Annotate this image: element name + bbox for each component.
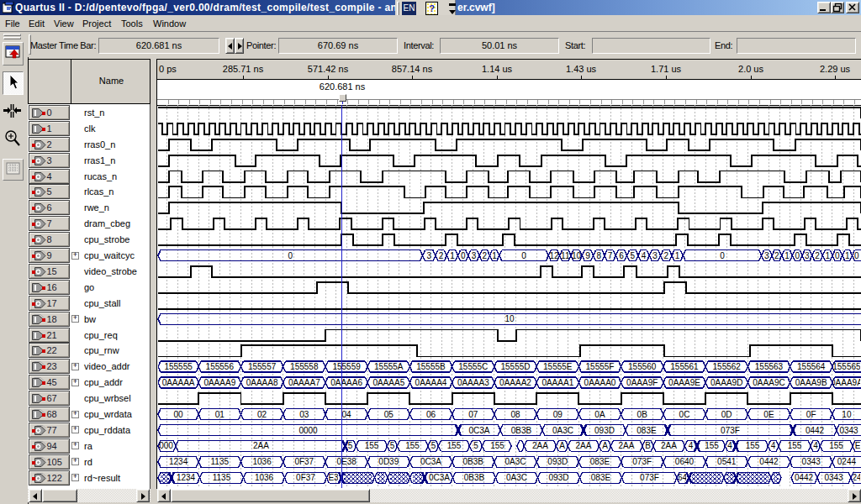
svg-text:15555E: 15555E [543, 362, 573, 371]
svg-text:3: 3 [764, 251, 769, 260]
svg-text:9: 9 [585, 251, 590, 260]
svg-text:0C3A: 0C3A [420, 457, 441, 466]
svg-text:0AAA9B: 0AAA9B [795, 378, 827, 387]
svg-text:0C3A: 0C3A [429, 473, 450, 482]
svg-text:10: 10 [572, 251, 582, 260]
svg-text:0F37: 0F37 [294, 457, 314, 466]
svg-text:2: 2 [815, 251, 820, 260]
svg-text:155555: 155555 [164, 362, 193, 371]
svg-text:2AA: 2AA [619, 442, 635, 451]
svg-text:083E: 083E [591, 473, 611, 482]
svg-text:4: 4 [727, 442, 732, 451]
svg-text:15555B: 15555B [416, 362, 446, 371]
svg-text:0: 0 [795, 251, 800, 260]
svg-text:4: 4 [813, 442, 818, 451]
svg-text:A: A [559, 442, 565, 451]
svg-text:5: 5 [348, 442, 353, 451]
svg-text:155556: 155556 [206, 362, 235, 371]
svg-text:1135: 1135 [211, 457, 230, 466]
svg-text:1: 1 [675, 251, 680, 260]
svg-text:2: 2 [664, 251, 669, 260]
svg-text:0B3B: 0B3B [511, 426, 532, 435]
svg-text:1135: 1135 [213, 473, 231, 482]
svg-text:0343: 0343 [802, 457, 821, 466]
svg-text:155: 155 [405, 442, 420, 451]
svg-text:3: 3 [472, 251, 477, 260]
svg-text:0AAAA7: 0AAAA7 [288, 378, 320, 387]
svg-text:0: 0 [461, 251, 466, 260]
svg-text:0E38: 0E38 [336, 457, 357, 466]
svg-text:5: 5 [390, 442, 395, 451]
svg-text:15555C: 15555C [458, 362, 488, 371]
svg-text:05: 05 [384, 410, 394, 419]
svg-text:2AA: 2AA [576, 442, 592, 451]
svg-text:06: 06 [426, 410, 436, 419]
svg-text:1: 1 [492, 251, 497, 260]
svg-text:0: 0 [288, 251, 293, 260]
svg-text:0E: 0E [763, 410, 774, 419]
svg-text:0AAAA2: 0AAAA2 [499, 378, 531, 387]
svg-text:5: 5 [631, 251, 636, 260]
svg-text:1036: 1036 [252, 457, 272, 466]
svg-text:155: 155 [746, 442, 760, 451]
svg-text:10: 10 [504, 314, 515, 323]
svg-text:3: 3 [426, 251, 431, 260]
svg-text:155558: 155558 [290, 362, 319, 371]
svg-text:073F: 073F [640, 473, 659, 482]
svg-text:0F37: 0F37 [296, 473, 315, 482]
svg-text:2AA: 2AA [661, 442, 677, 451]
svg-text:0C3A: 0C3A [468, 426, 489, 435]
svg-text:155563: 155563 [755, 362, 784, 371]
svg-text:0442: 0442 [795, 473, 814, 482]
svg-text:2AA: 2AA [532, 442, 548, 451]
svg-text:0A3C: 0A3C [552, 426, 573, 435]
svg-text:1: 1 [450, 251, 455, 260]
svg-text:0D: 0D [721, 410, 732, 419]
svg-text:1234: 1234 [177, 473, 196, 482]
svg-text:093D: 093D [547, 457, 568, 466]
svg-text:155: 155 [829, 442, 843, 451]
svg-text:093D: 093D [549, 473, 569, 482]
svg-text:1: 1 [845, 251, 850, 260]
svg-text:0AAAA8: 0AAAA8 [246, 378, 278, 387]
svg-text:0F: 0F [806, 410, 816, 419]
svg-text:0AAAA6: 0AAAA6 [330, 378, 362, 387]
svg-text:3: 3 [652, 251, 658, 260]
svg-text:155: 155 [788, 442, 802, 451]
svg-text:0A: 0A [594, 410, 605, 419]
svg-text:4: 4 [642, 251, 647, 260]
svg-text:11: 11 [561, 251, 570, 260]
svg-text:0AAAA5: 0AAAA5 [372, 378, 404, 387]
svg-text:155565: 155565 [832, 362, 861, 371]
svg-text:64: 64 [678, 473, 688, 482]
svg-text:0244: 0244 [837, 457, 857, 466]
svg-text:0AAA9E: 0AAA9E [668, 378, 700, 387]
svg-text:155562: 155562 [713, 362, 742, 371]
svg-text:0: 0 [521, 251, 526, 260]
svg-text:0B: 0B [637, 410, 648, 419]
svg-text:12: 12 [549, 251, 559, 260]
svg-text:0: 0 [835, 251, 840, 260]
svg-text:0: 0 [720, 251, 725, 260]
svg-text:0AAA9C: 0AAA9C [753, 378, 784, 387]
svg-text:1036: 1036 [255, 473, 274, 482]
svg-text:0541: 0541 [717, 457, 737, 466]
svg-text:0AAAAA: 0AAAAA [162, 378, 195, 387]
svg-text:0A3C: 0A3C [504, 457, 526, 466]
svg-text:0C: 0C [679, 410, 690, 419]
svg-text:01: 01 [215, 410, 225, 419]
svg-text:0640: 0640 [675, 457, 695, 466]
svg-text:4: 4 [771, 442, 776, 451]
svg-text:0AAAA0: 0AAAA0 [584, 378, 616, 387]
svg-text:03: 03 [299, 410, 309, 419]
svg-text:15555D: 15555D [500, 362, 530, 371]
svg-text:7: 7 [608, 251, 613, 260]
svg-text:00: 00 [174, 410, 184, 419]
svg-text:E3: E3 [328, 473, 339, 482]
svg-text:073F: 073F [632, 457, 652, 466]
svg-text:5: 5 [431, 442, 436, 451]
svg-text:0AAA9D: 0AAA9D [710, 378, 742, 387]
svg-text:1: 1 [784, 251, 790, 260]
svg-text:0B3B: 0B3B [464, 473, 485, 482]
svg-text:E: E [855, 442, 861, 451]
